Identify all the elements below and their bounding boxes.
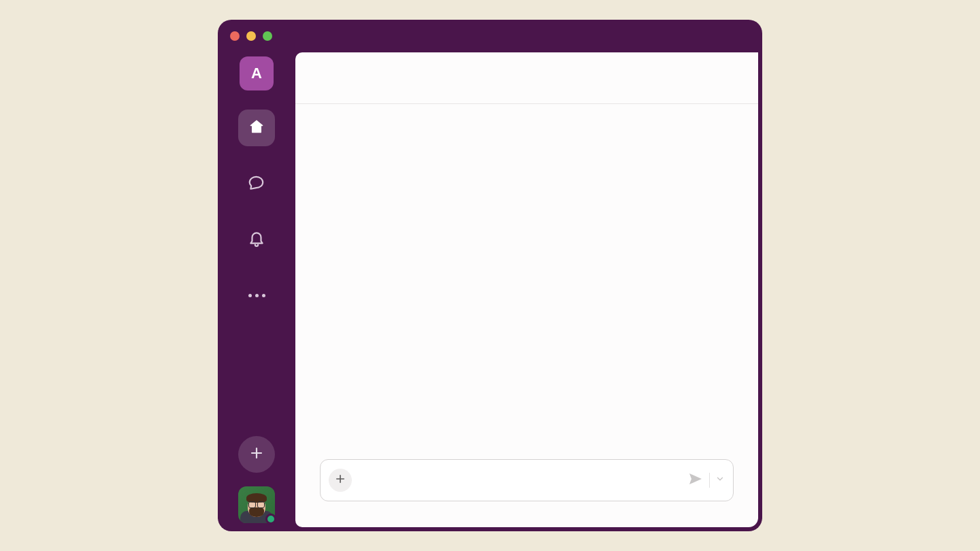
message-input[interactable] (359, 474, 681, 486)
divider (709, 473, 710, 488)
home-icon (248, 118, 265, 138)
composer-zone (295, 459, 758, 527)
plus-icon (248, 445, 265, 464)
user-menu[interactable] (238, 486, 275, 523)
body-row: A (218, 52, 762, 531)
send-icon (687, 471, 704, 490)
attach-button[interactable] (329, 469, 352, 492)
nav-activity[interactable] (238, 221, 275, 258)
bell-icon (248, 229, 265, 250)
workspace-letter: A (251, 65, 262, 82)
channel-header (295, 52, 758, 104)
send-button[interactable] (687, 471, 704, 490)
left-rail: A (218, 52, 295, 531)
compose-button[interactable] (238, 436, 275, 473)
workspace-switcher[interactable]: A (240, 56, 274, 90)
nav-dms[interactable] (238, 165, 275, 202)
plus-icon (334, 473, 346, 488)
nav-home[interactable] (238, 110, 275, 146)
app-window: A (218, 20, 762, 531)
presence-indicator-icon (265, 514, 276, 524)
message-list (295, 104, 758, 459)
window-close-icon[interactable] (230, 31, 240, 41)
titlebar (218, 20, 762, 52)
more-icon (248, 294, 265, 297)
window-minimize-icon[interactable] (246, 31, 256, 41)
dms-icon (248, 173, 265, 194)
window-zoom-icon[interactable] (263, 31, 272, 41)
message-composer (320, 459, 734, 501)
chevron-down-icon (715, 474, 725, 486)
main-panel (295, 52, 758, 527)
send-group (687, 471, 725, 490)
nav-more[interactable] (238, 277, 275, 314)
send-options[interactable] (715, 474, 725, 486)
